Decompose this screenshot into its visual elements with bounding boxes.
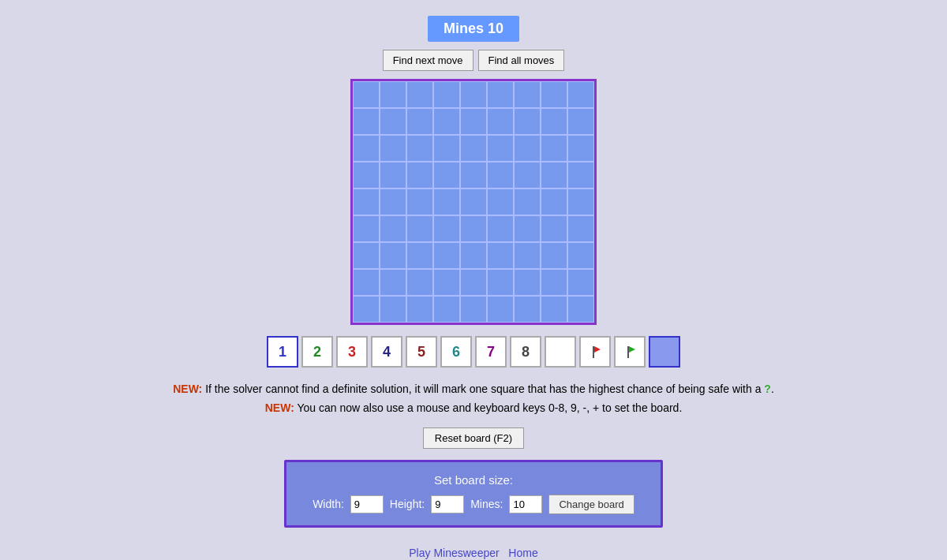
cell-5-4[interactable] — [460, 215, 487, 242]
cell-1-7[interactable] — [541, 108, 567, 135]
cell-2-0[interactable] — [353, 135, 380, 162]
cell-6-5[interactable] — [487, 242, 514, 269]
cell-6-3[interactable] — [433, 242, 460, 269]
find-all-moves-button[interactable]: Find all moves — [478, 50, 565, 71]
cell-3-3[interactable] — [433, 162, 460, 189]
cell-8-6[interactable] — [514, 296, 541, 323]
cell-6-2[interactable] — [406, 242, 433, 269]
cell-1-8[interactable] — [567, 108, 594, 135]
reset-board-button[interactable]: Reset board (F2) — [423, 427, 524, 449]
cell-5-1[interactable] — [380, 215, 406, 242]
cell-5-2[interactable] — [406, 215, 433, 242]
cell-4-4[interactable] — [460, 189, 487, 215]
cell-7-6[interactable] — [514, 269, 541, 296]
cell-2-1[interactable] — [380, 135, 406, 162]
cell-3-2[interactable] — [406, 162, 433, 189]
tool-8-button[interactable]: 8 — [510, 336, 541, 368]
cell-8-2[interactable] — [406, 296, 433, 323]
width-input[interactable] — [350, 495, 384, 513]
cell-0-7[interactable] — [541, 81, 567, 108]
tool-flag-red-button[interactable] — [579, 336, 611, 368]
find-next-move-button[interactable]: Find next move — [383, 50, 474, 71]
cell-4-1[interactable] — [380, 189, 406, 215]
tool-5-button[interactable]: 5 — [406, 336, 437, 368]
cell-5-5[interactable] — [487, 215, 514, 242]
tool-selected-button[interactable] — [649, 336, 680, 368]
cell-7-3[interactable] — [433, 269, 460, 296]
cell-8-3[interactable] — [433, 296, 460, 323]
cell-1-5[interactable] — [487, 108, 514, 135]
cell-5-0[interactable] — [353, 215, 380, 242]
change-board-button[interactable]: Change board — [548, 495, 634, 514]
cell-0-2[interactable] — [406, 81, 433, 108]
cell-6-4[interactable] — [460, 242, 487, 269]
tool-3-button[interactable]: 3 — [336, 336, 368, 368]
cell-0-5[interactable] — [487, 81, 514, 108]
cell-1-6[interactable] — [514, 108, 541, 135]
cell-3-0[interactable] — [353, 162, 380, 189]
cell-7-1[interactable] — [380, 269, 406, 296]
height-input[interactable] — [431, 495, 464, 513]
cell-4-3[interactable] — [433, 189, 460, 215]
cell-0-6[interactable] — [514, 81, 541, 108]
cell-5-7[interactable] — [541, 215, 567, 242]
cell-0-8[interactable] — [567, 81, 594, 108]
cell-4-0[interactable] — [353, 189, 380, 215]
cell-2-3[interactable] — [433, 135, 460, 162]
tool-2-button[interactable]: 2 — [301, 336, 333, 368]
cell-7-5[interactable] — [487, 269, 514, 296]
cell-8-1[interactable] — [380, 296, 406, 323]
cell-5-3[interactable] — [433, 215, 460, 242]
cell-6-7[interactable] — [541, 242, 567, 269]
cell-3-7[interactable] — [541, 162, 567, 189]
tool-1-button[interactable]: 1 — [267, 336, 298, 368]
cell-3-1[interactable] — [380, 162, 406, 189]
cell-1-3[interactable] — [433, 108, 460, 135]
cell-3-4[interactable] — [460, 162, 487, 189]
cell-1-4[interactable] — [460, 108, 487, 135]
home-link[interactable]: Home — [508, 547, 537, 559]
cell-8-8[interactable] — [567, 296, 594, 323]
cell-8-5[interactable] — [487, 296, 514, 323]
cell-7-4[interactable] — [460, 269, 487, 296]
cell-2-7[interactable] — [541, 135, 567, 162]
cell-4-5[interactable] — [487, 189, 514, 215]
tool-blank-button[interactable] — [545, 336, 576, 368]
play-minesweeper-link[interactable]: Play Minesweeper — [409, 547, 499, 559]
cell-2-8[interactable] — [567, 135, 594, 162]
cell-2-6[interactable] — [514, 135, 541, 162]
cell-2-4[interactable] — [460, 135, 487, 162]
cell-6-8[interactable] — [567, 242, 594, 269]
cell-0-0[interactable] — [353, 81, 380, 108]
cell-1-0[interactable] — [353, 108, 380, 135]
tool-4-button[interactable]: 4 — [371, 336, 402, 368]
cell-0-1[interactable] — [380, 81, 406, 108]
mines-input[interactable] — [509, 495, 542, 513]
cell-4-2[interactable] — [406, 189, 433, 215]
cell-6-1[interactable] — [380, 242, 406, 269]
cell-8-4[interactable] — [460, 296, 487, 323]
cell-7-2[interactable] — [406, 269, 433, 296]
cell-7-0[interactable] — [353, 269, 380, 296]
cell-0-4[interactable] — [460, 81, 487, 108]
cell-7-8[interactable] — [567, 269, 594, 296]
cell-6-6[interactable] — [514, 242, 541, 269]
cell-3-5[interactable] — [487, 162, 514, 189]
cell-2-5[interactable] — [487, 135, 514, 162]
cell-5-8[interactable] — [567, 215, 594, 242]
cell-6-0[interactable] — [353, 242, 380, 269]
cell-1-2[interactable] — [406, 108, 433, 135]
cell-4-7[interactable] — [541, 189, 567, 215]
cell-0-3[interactable] — [433, 81, 460, 108]
tool-flag-green-button[interactable] — [614, 336, 646, 368]
cell-4-8[interactable] — [567, 189, 594, 215]
cell-1-1[interactable] — [380, 108, 406, 135]
cell-2-2[interactable] — [406, 135, 433, 162]
cell-4-6[interactable] — [514, 189, 541, 215]
cell-8-0[interactable] — [353, 296, 380, 323]
tool-6-button[interactable]: 6 — [440, 336, 472, 368]
cell-3-8[interactable] — [567, 162, 594, 189]
cell-8-7[interactable] — [541, 296, 567, 323]
cell-5-6[interactable] — [514, 215, 541, 242]
cell-3-6[interactable] — [514, 162, 541, 189]
